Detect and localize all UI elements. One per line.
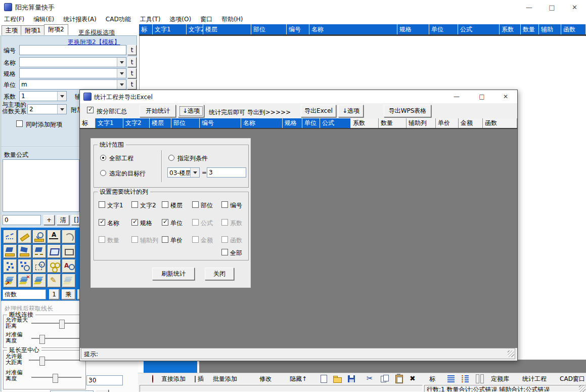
radio-selected-rows[interactable] [100,170,106,176]
align-offset-slider[interactable] [31,377,81,378]
minimize-icon[interactable]: — [446,90,467,103]
layers-icon[interactable] [33,274,46,287]
chevron-down-icon[interactable] [57,92,66,101]
column-header[interactable]: 单位 [429,24,458,34]
export-wps-button[interactable]: 导出WPS表格 [384,105,431,117]
close-icon[interactable]: ✕ [495,90,516,103]
layers-delete-icon[interactable]: ✕ [18,274,31,287]
quota-library-button[interactable]: 定额库 [487,374,513,384]
column-header[interactable]: 数量 [521,24,539,34]
options-button-2[interactable]: ↓选项 [338,105,364,117]
hide-button[interactable]: 隐藏↑ [286,374,311,384]
curve-measure-icon[interactable] [62,230,75,243]
factor-combo[interactable]: 1 [19,91,67,101]
tab-attach1[interactable]: 附项1 [21,25,45,35]
close-icon[interactable]: ✕ [563,0,586,14]
batch-add-button[interactable]: 批量添加 [209,374,241,384]
menu-item-reports[interactable]: 统计报表(A) [63,15,97,24]
area-measure-2-icon[interactable] [18,245,31,258]
column-header[interactable]: 金额 [459,118,483,128]
cad-window-button[interactable]: CAD窗口 [556,374,586,384]
column-header[interactable]: 规格 [397,24,429,34]
count-points-icon[interactable] [4,259,17,273]
column-header[interactable]: 公式 [320,118,351,128]
column-header[interactable]: 单位 [302,118,320,128]
area-dim-icon[interactable] [33,245,46,258]
chevron-down-icon[interactable] [117,80,126,89]
condition-column-combo[interactable]: 03-楼层 [167,167,200,178]
column-header[interactable]: 编号 [287,24,309,34]
ruler-icon[interactable] [18,230,31,243]
dim-polyline-icon[interactable] [4,230,17,243]
align-offset-slider[interactable] [31,338,81,339]
acc-clear-button[interactable]: 清 [57,215,69,225]
menu-item-help[interactable]: 帮助(H) [221,15,243,24]
menu-item-edit[interactable]: 编辑(E) [33,15,54,24]
paste-icon[interactable] [393,374,405,384]
column-header[interactable]: 辅助 [539,24,561,34]
chevron-down-icon[interactable] [117,69,126,78]
multiple-relation-combo[interactable]: 2 [27,104,67,114]
column-header[interactable]: 名称 [241,118,283,128]
formula-textarea[interactable] [3,159,79,212]
modify-button[interactable]: 修改 [255,374,276,384]
column-header[interactable]: 数量 [379,118,407,128]
menu-item-window[interactable]: 窗口 [200,15,212,24]
column-header[interactable]: 楼层 [203,24,251,34]
condition-value-input[interactable] [207,167,246,178]
column-header[interactable]: 函数 [483,118,517,128]
code-t-button[interactable]: t [127,45,137,55]
column-header[interactable]: 楼层 [150,118,171,128]
menu-item-cad[interactable]: CAD功能 [106,15,131,24]
mark-button[interactable]: 标 [425,374,439,384]
column-header[interactable]: 系数 [351,118,379,128]
spec-t-button[interactable]: t [127,68,137,78]
slider-thumb[interactable] [39,357,45,366]
tab-attach2[interactable]: 附项2 [44,24,68,35]
layers-faded-icon[interactable] [62,274,75,287]
name-t-button[interactable]: t [127,57,137,67]
export-excel-button[interactable]: 导出Excel [301,105,336,117]
chevron-down-icon[interactable] [57,105,66,114]
slider-thumb[interactable] [53,374,58,383]
delete-icon[interactable]: ✖ [407,374,419,384]
measure-zoom-icon[interactable] [33,230,46,243]
multiplier-one-button[interactable]: 1 [49,289,59,299]
column-header[interactable]: 部位 [171,118,200,128]
column-header[interactable]: 文字2 [187,24,203,34]
unit-t-button[interactable]: t [127,79,137,90]
zoom-points-icon[interactable] [18,259,31,273]
name-combo[interactable] [19,57,126,67]
text-search-icon[interactable]: A [62,259,75,273]
area-measure-icon[interactable] [4,245,17,258]
text-width-icon[interactable]: A [48,230,61,243]
column-header[interactable]: 公式 [458,24,500,34]
column-header[interactable]: 标 [139,24,153,34]
menu-item-project[interactable]: 工程(F) [4,15,24,24]
block-pick-button[interactable] [96,389,109,392]
menu-item-options[interactable]: 选项(O) [169,15,191,24]
column-header[interactable]: 名称 [309,24,397,34]
circles-count-icon[interactable] [48,259,61,273]
column-header[interactable]: 标 [80,118,96,128]
minimize-icon[interactable]: — [518,0,540,14]
column-header[interactable]: 编号 [200,118,241,128]
column-header[interactable]: 规格 [283,118,302,128]
code-input[interactable] [19,45,126,55]
offset-value-input[interactable] [86,375,123,385]
acc-value-input[interactable] [3,215,41,225]
stat-project-button[interactable]: 统计工程 [518,374,551,384]
close-dialog-button[interactable]: 关闭 [205,268,234,280]
start-stat-button[interactable]: 开始统计 [140,105,176,117]
maximize-icon[interactable]: □ [540,0,563,14]
add-sub-checkbox[interactable] [16,120,23,127]
cut-icon[interactable]: ✂ [365,374,377,384]
tab-main[interactable]: 主项 [2,25,22,35]
region-box-icon[interactable] [48,245,61,258]
zoom-select-icon[interactable] [33,259,46,273]
options-button[interactable]: ↓选项 [178,105,204,117]
acc-plus-button[interactable]: + [43,215,55,225]
list-view-2-icon[interactable] [460,374,472,384]
copy-icon[interactable] [379,374,391,384]
save-icon[interactable] [345,374,357,384]
